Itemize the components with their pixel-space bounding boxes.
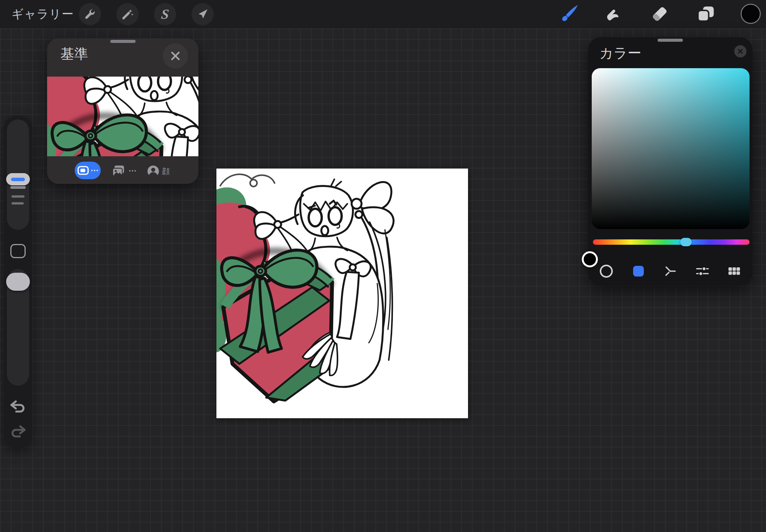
redo-button[interactable] — [9, 424, 27, 440]
color-mode-row — [588, 262, 753, 281]
canvas-tab-more-dots — [91, 170, 98, 171]
magic-wand-icon — [121, 8, 134, 21]
reference-tab-face[interactable] — [147, 165, 160, 178]
eraser-icon — [650, 4, 669, 23]
reference-thumbnail-image — [47, 77, 198, 156]
color-panel-drag-handle[interactable] — [658, 39, 683, 42]
reference-drag-handle[interactable] — [110, 40, 136, 43]
reference-close-button[interactable] — [163, 43, 188, 69]
brush-size-accent — [11, 178, 25, 181]
adjustments-button[interactable] — [116, 3, 139, 25]
slider-tick — [11, 202, 24, 205]
hue-slider[interactable] — [593, 239, 750, 245]
smudge-tool-button[interactable] — [602, 2, 625, 25]
saturation-brightness-picker[interactable] — [592, 68, 750, 229]
disc-icon — [600, 265, 613, 278]
current-color-swatch — [740, 3, 761, 25]
value-sliders-icon — [695, 265, 710, 278]
color-swatch-button[interactable] — [739, 2, 762, 25]
procreate-app: ギャラリー S — [0, 0, 766, 532]
reference-panel: 基準 — [47, 38, 198, 184]
top-toolbar: ギャラリー S — [0, 0, 766, 28]
transform-button[interactable] — [192, 3, 214, 25]
drawing-canvas[interactable] — [216, 169, 468, 418]
canvas-ref-icon — [77, 166, 89, 175]
reference-thumbnail[interactable] — [47, 77, 198, 156]
transform-arrow-icon — [196, 8, 209, 21]
harmony-icon — [663, 264, 677, 278]
color-panel: カラー — [588, 37, 753, 285]
color-mode-palettes[interactable] — [726, 263, 743, 280]
image-tab-more-dots — [129, 170, 136, 172]
erase-tool-button[interactable] — [648, 2, 671, 25]
reference-tab-image[interactable] — [111, 165, 126, 178]
modify-button[interactable] — [10, 244, 26, 258]
actions-button[interactable] — [79, 3, 101, 25]
close-icon — [737, 48, 743, 54]
photos-icon — [111, 165, 126, 178]
layers-icon — [696, 4, 715, 23]
slider-tick — [10, 186, 26, 189]
reference-tabs: 顔 — [47, 156, 198, 184]
layers-button[interactable] — [694, 2, 717, 25]
paint-tool-button[interactable] — [558, 2, 581, 25]
brush-size-handle[interactable] — [6, 173, 30, 185]
opacity-handle[interactable] — [6, 273, 30, 291]
color-close-button[interactable] — [734, 45, 746, 57]
brush-icon — [560, 4, 579, 24]
color-panel-title: カラー — [599, 44, 642, 63]
smudge-icon — [604, 4, 623, 23]
color-mode-classic[interactable] — [630, 263, 647, 280]
slider-tick — [11, 195, 25, 198]
palettes-grid-icon — [727, 265, 741, 277]
hue-slider-handle[interactable] — [680, 238, 692, 246]
sidebar-toolbar — [4, 116, 32, 448]
person-icon — [147, 165, 160, 178]
redo-icon — [9, 424, 27, 440]
color-mode-harmony[interactable] — [662, 263, 679, 280]
classic-icon — [633, 266, 644, 277]
selection-s-icon: S — [160, 7, 170, 21]
canvas-workspace: 基準 — [0, 28, 766, 532]
undo-button[interactable] — [9, 399, 27, 415]
face-tab-label: 顔 — [162, 166, 170, 177]
gallery-button[interactable]: ギャラリー — [11, 0, 74, 28]
reference-panel-title: 基準 — [61, 45, 88, 64]
selection-button[interactable]: S — [154, 3, 176, 25]
close-icon — [169, 50, 182, 62]
undo-icon — [9, 399, 27, 415]
color-mode-value[interactable] — [694, 263, 711, 280]
wrench-icon — [83, 8, 97, 21]
reference-tab-canvas[interactable] — [75, 162, 101, 179]
color-mode-disc[interactable] — [598, 263, 615, 280]
canvas-artwork — [216, 169, 468, 418]
